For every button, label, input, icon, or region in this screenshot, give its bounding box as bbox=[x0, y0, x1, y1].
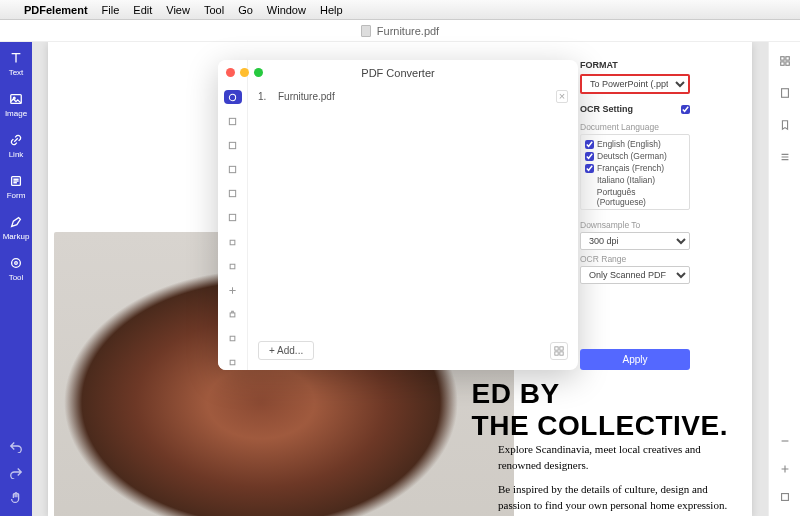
right-panel-rail bbox=[768, 42, 800, 516]
convert-opt-7[interactable] bbox=[224, 235, 242, 249]
svg-point-11 bbox=[229, 94, 235, 100]
downsample-label: Downsample To bbox=[580, 220, 690, 230]
pdf-converter-modal: PDF Converter 1. Furniture.pdf × + Add..… bbox=[218, 60, 578, 370]
ocr-label: OCR Setting bbox=[580, 104, 690, 114]
page-para-2: Be inspired by the details of culture, d… bbox=[498, 482, 728, 514]
rail-markup-label: Markup bbox=[3, 232, 30, 241]
app-name[interactable]: PDFelement bbox=[24, 4, 88, 16]
file-row: 1. Furniture.pdf × bbox=[258, 90, 568, 103]
convert-type-active[interactable] bbox=[224, 90, 242, 104]
tool-icon bbox=[8, 255, 24, 271]
svg-rect-19 bbox=[560, 346, 563, 349]
left-tool-rail: Text Image Link Form Markup Tool bbox=[0, 42, 32, 516]
rail-link-label: Link bbox=[9, 150, 24, 159]
lang-row: Deutsch (German) bbox=[585, 150, 685, 162]
text-icon bbox=[8, 50, 24, 66]
lang-check[interactable] bbox=[585, 152, 594, 161]
convert-opt-3[interactable] bbox=[224, 138, 242, 152]
svg-rect-15 bbox=[229, 191, 235, 197]
apply-button[interactable]: Apply bbox=[580, 349, 690, 370]
lang-row: Français (French) bbox=[585, 162, 685, 174]
lang-row: Italiano (Italian) bbox=[585, 174, 685, 186]
svg-point-4 bbox=[15, 262, 18, 265]
mac-menubar: PDFelement File Edit View Tool Go Window… bbox=[0, 0, 800, 20]
format-select[interactable]: To PowerPoint (.pptx) bbox=[580, 74, 690, 94]
svg-rect-16 bbox=[229, 215, 235, 221]
convert-opt-4[interactable] bbox=[224, 163, 242, 177]
convert-opt-10[interactable] bbox=[224, 308, 242, 322]
convert-opt-2[interactable] bbox=[224, 114, 242, 128]
rail-link[interactable]: Link bbox=[8, 132, 24, 159]
svg-rect-8 bbox=[785, 62, 788, 65]
ocr-range-select[interactable]: Only Scanned PDF bbox=[580, 266, 690, 284]
menu-go[interactable]: Go bbox=[238, 4, 253, 16]
thumbnails-icon[interactable] bbox=[778, 54, 792, 68]
language-list[interactable]: English (English) Deutsch (German) Franç… bbox=[580, 134, 690, 210]
rail-tool[interactable]: Tool bbox=[8, 255, 24, 282]
convert-opt-12[interactable] bbox=[224, 356, 242, 370]
menu-tool[interactable]: Tool bbox=[204, 4, 224, 16]
redo-icon[interactable] bbox=[8, 464, 24, 480]
lang-row: Español (Spanish) bbox=[585, 208, 685, 210]
svg-rect-5 bbox=[780, 57, 783, 60]
link-icon bbox=[8, 132, 24, 148]
convert-opt-8[interactable] bbox=[224, 259, 242, 273]
rail-form-label: Form bbox=[7, 191, 26, 200]
svg-point-3 bbox=[12, 259, 21, 268]
svg-rect-20 bbox=[555, 351, 558, 354]
window-titlebar: Furniture.pdf bbox=[0, 20, 800, 42]
lang-row: Português (Portuguese) bbox=[585, 186, 685, 208]
svg-rect-13 bbox=[229, 142, 235, 148]
menu-file[interactable]: File bbox=[102, 4, 120, 16]
bookmark-icon[interactable] bbox=[778, 118, 792, 132]
rail-text-label: Text bbox=[9, 68, 24, 77]
page-icon[interactable] bbox=[778, 86, 792, 100]
doc-lang-label: Document Language bbox=[580, 122, 690, 132]
convert-opt-6[interactable] bbox=[224, 211, 242, 225]
convert-opt-5[interactable] bbox=[224, 187, 242, 201]
rail-markup[interactable]: Markup bbox=[3, 214, 30, 241]
ocr-range-label: OCR Range bbox=[580, 254, 690, 264]
page-headline: ED BY THE COLLECTIVE. bbox=[472, 378, 728, 442]
file-name: Furniture.pdf bbox=[278, 91, 548, 102]
document-title: Furniture.pdf bbox=[377, 25, 439, 37]
rail-tool-label: Tool bbox=[9, 273, 24, 282]
svg-rect-10 bbox=[781, 494, 788, 501]
lang-row: English (English) bbox=[585, 138, 685, 150]
svg-rect-12 bbox=[229, 118, 235, 124]
convert-opt-9[interactable] bbox=[224, 283, 242, 297]
rail-text[interactable]: Text bbox=[8, 50, 24, 77]
rail-form[interactable]: Form bbox=[7, 173, 26, 200]
fit-icon[interactable] bbox=[778, 490, 792, 504]
lang-check[interactable] bbox=[585, 140, 594, 149]
add-file-button[interactable]: + Add... bbox=[258, 341, 314, 360]
plus-icon[interactable] bbox=[778, 462, 792, 476]
modal-title: PDF Converter bbox=[218, 67, 578, 79]
view-mode-button[interactable] bbox=[550, 342, 568, 360]
rail-image-label: Image bbox=[5, 109, 27, 118]
remove-file-button[interactable]: × bbox=[556, 90, 568, 103]
menu-window[interactable]: Window bbox=[267, 4, 306, 16]
menu-edit[interactable]: Edit bbox=[133, 4, 152, 16]
menu-help[interactable]: Help bbox=[320, 4, 343, 16]
menu-view[interactable]: View bbox=[166, 4, 190, 16]
undo-icon[interactable] bbox=[8, 438, 24, 454]
lang-check[interactable] bbox=[585, 164, 594, 173]
svg-rect-17 bbox=[230, 313, 235, 317]
svg-rect-21 bbox=[560, 351, 563, 354]
hand-icon[interactable] bbox=[8, 490, 24, 506]
image-icon bbox=[8, 91, 24, 107]
minus-icon[interactable] bbox=[778, 434, 792, 448]
modal-sidebar bbox=[218, 60, 248, 370]
modal-body: 1. Furniture.pdf × + Add... bbox=[248, 60, 578, 370]
svg-rect-14 bbox=[229, 166, 235, 172]
page-para-1: Explore Scandinavia, meet local creative… bbox=[498, 442, 728, 474]
svg-rect-6 bbox=[785, 57, 788, 60]
rail-image[interactable]: Image bbox=[5, 91, 27, 118]
downsample-select[interactable]: 300 dpi bbox=[580, 232, 690, 250]
convert-opt-11[interactable] bbox=[224, 332, 242, 346]
convert-settings-panel: FORMAT To PowerPoint (.pptx) OCR Setting… bbox=[580, 60, 690, 370]
svg-rect-9 bbox=[781, 89, 788, 98]
ocr-toggle[interactable] bbox=[681, 105, 690, 114]
list-icon[interactable] bbox=[778, 150, 792, 164]
